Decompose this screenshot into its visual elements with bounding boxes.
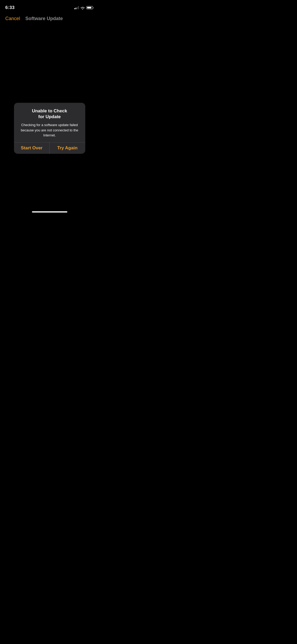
signal-bar-4 [78, 6, 79, 9]
battery-fill [87, 7, 91, 8]
try-again-button[interactable]: Try Again [50, 142, 85, 154]
start-over-button[interactable]: Start Over [14, 142, 50, 154]
alert-message: Checking for a software update failed be… [18, 122, 81, 138]
alert-buttons: Start Over Try Again [14, 142, 85, 154]
battery-tip [93, 7, 94, 8]
alert-dialog: Unable to Checkfor Update Checking for a… [14, 103, 85, 154]
main-content: Unable to Checkfor Update Checking for a… [0, 25, 99, 206]
page-title: Software Update [25, 16, 63, 21]
cancel-button[interactable]: Cancel [5, 16, 20, 21]
battery-icon [86, 6, 94, 9]
alert-title: Unable to Checkfor Update [18, 108, 81, 120]
signal-bar-2 [76, 8, 76, 9]
status-icons [74, 6, 94, 9]
status-bar: 6:33 [0, 0, 99, 12]
signal-icon [74, 6, 79, 9]
battery-body [86, 6, 93, 9]
status-time: 6:33 [5, 5, 15, 10]
home-indicator [32, 211, 67, 213]
signal-bar-3 [77, 7, 78, 9]
signal-bar-1 [74, 8, 75, 9]
alert-content: Unable to Checkfor Update Checking for a… [14, 103, 85, 142]
nav-bar: Cancel Software Update [0, 12, 99, 25]
wifi-icon [81, 6, 85, 9]
